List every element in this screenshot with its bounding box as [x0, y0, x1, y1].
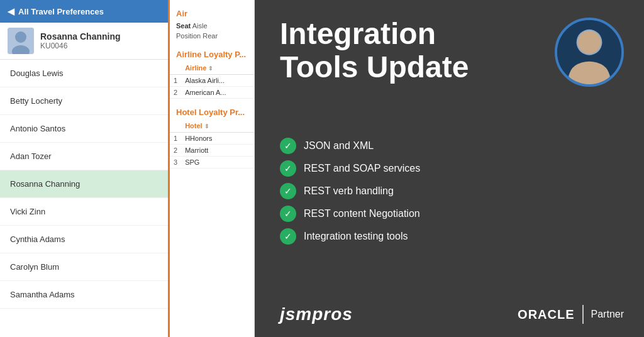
- hotel-loyalty-table: Hotel ⇕ 1HHonors2Marriott3SPG: [170, 119, 254, 168]
- right-bottom: jsmpros ORACLE Partner: [280, 304, 624, 324]
- user-list-item[interactable]: Antonio Santos: [0, 115, 168, 143]
- svg-point-1: [15, 31, 26, 43]
- list-item: ✓REST and SOAP services: [280, 160, 624, 177]
- hotel-sort-icon: ⇕: [204, 123, 209, 130]
- user-list-item[interactable]: Betty Locherty: [0, 87, 168, 115]
- row-num: 1: [170, 75, 181, 87]
- checklist: ✓JSON and XML✓REST and SOAP services✓RES…: [280, 138, 624, 251]
- list-item: ✓REST verb handling: [280, 183, 624, 199]
- back-label: All Travel Preferences: [18, 7, 104, 16]
- user-list-item[interactable]: Vicki Zinn: [0, 198, 168, 226]
- airline-loyalty-title: Airline Loyalty P...: [170, 46, 254, 62]
- position-info: Position Rear: [170, 31, 254, 41]
- back-button[interactable]: ◀ All Travel Preferences: [0, 0, 168, 23]
- checklist-text: Integration testing tools: [304, 231, 408, 242]
- table-row: 1HHonors: [170, 133, 254, 145]
- user-list: Douglas LewisBetty LochertyAntonio Santo…: [0, 60, 168, 337]
- check-icon: ✓: [280, 228, 296, 245]
- user-list-item[interactable]: Douglas Lewis: [0, 60, 168, 87]
- airline-loyalty-table: Airline ⇕ 1Alaska Airli...2American A...: [170, 62, 254, 99]
- list-item: ✓Integration testing tools: [280, 228, 624, 245]
- position-label: Position: [176, 32, 201, 40]
- integration-title: Integration Tools Update: [280, 18, 469, 84]
- rear-label: Rear: [203, 32, 218, 40]
- selected-user-id: KU0046: [40, 41, 121, 50]
- airline-col-header: Airline ⇕: [181, 62, 254, 75]
- hotel-col-header: Hotel ⇕: [181, 119, 254, 133]
- checklist-text: REST and SOAP services: [304, 163, 420, 174]
- check-icon: ✓: [280, 138, 296, 154]
- oracle-label: ORACLE: [518, 307, 574, 322]
- selected-user-info: Rosanna Channing KU0046: [40, 31, 121, 50]
- row-num: 2: [170, 145, 181, 157]
- user-list-item[interactable]: Carolyn Blum: [0, 253, 168, 281]
- oracle-partner: ORACLE Partner: [518, 305, 624, 324]
- oracle-divider: [582, 305, 584, 324]
- airline-name: Alaska Airli...: [181, 75, 254, 87]
- row-num: 2: [170, 87, 181, 99]
- check-icon: ✓: [280, 183, 296, 199]
- user-list-item[interactable]: Rosanna Channing: [0, 170, 168, 198]
- table-row: 3SPG: [170, 157, 254, 168]
- person-photo: [555, 18, 624, 87]
- table-row: 2Marriott: [170, 145, 254, 157]
- hotel-name: Marriott: [181, 145, 254, 157]
- svg-point-6: [577, 31, 601, 54]
- aisle-label: Aisle: [192, 22, 208, 30]
- title-line2: Tools Update: [280, 50, 469, 84]
- checklist-text: REST verb handling: [304, 185, 394, 197]
- list-item: ✓REST content Negotiation: [280, 206, 624, 222]
- left-panel: ◀ All Travel Preferences Rosanna Channin…: [0, 0, 170, 337]
- hotel-loyalty-title: Hotel Loyalty Pr...: [170, 104, 254, 119]
- seat-info: Seat Aisle: [170, 21, 254, 31]
- check-icon: ✓: [280, 206, 296, 222]
- selected-user-row: Rosanna Channing KU0046: [0, 23, 168, 60]
- hotel-name: SPG: [181, 157, 254, 168]
- user-list-item[interactable]: Samantha Adams: [0, 281, 168, 309]
- selected-user-name: Rosanna Channing: [40, 31, 121, 41]
- middle-panel: Air Seat Aisle Position Rear Airline Loy…: [170, 0, 255, 337]
- hotel-name: HHonors: [181, 133, 254, 145]
- user-list-item[interactable]: Cynthia Adams: [0, 226, 168, 253]
- airline-name: American A...: [181, 87, 254, 99]
- table-row: 2American A...: [170, 87, 254, 99]
- row-num: 3: [170, 157, 181, 168]
- air-section-title: Air: [170, 5, 254, 21]
- title-line1: Integration: [280, 17, 436, 50]
- table-row: 1Alaska Airli...: [170, 75, 254, 87]
- seat-label: Seat: [176, 22, 191, 30]
- jsmpros-logo: jsmpros: [280, 304, 353, 324]
- list-item: ✓JSON and XML: [280, 138, 624, 154]
- checklist-text: JSON and XML: [304, 140, 374, 152]
- airline-sort-icon: ⇕: [208, 65, 213, 72]
- user-list-item[interactable]: Adan Tozer: [0, 143, 168, 170]
- partner-label: Partner: [591, 309, 624, 320]
- avatar: [8, 28, 34, 54]
- right-panel: Integration Tools Update ✓JSON and XML✓R…: [255, 0, 644, 337]
- row-num: 1: [170, 133, 181, 145]
- right-top: Integration Tools Update: [280, 18, 624, 97]
- title-block: Integration Tools Update: [280, 18, 469, 97]
- check-icon: ✓: [280, 160, 296, 177]
- back-arrow-icon: ◀: [8, 6, 14, 16]
- checklist-text: REST content Negotiation: [304, 208, 420, 219]
